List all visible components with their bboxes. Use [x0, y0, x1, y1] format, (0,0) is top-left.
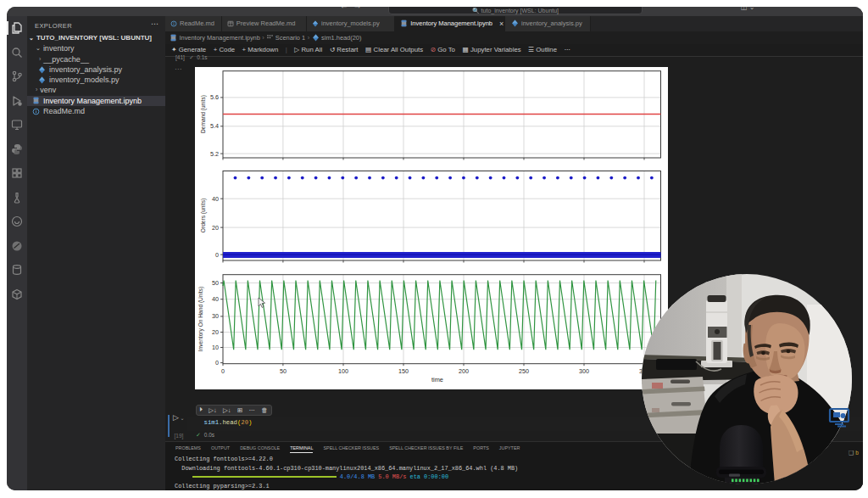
svg-text:0: 0: [215, 359, 219, 367]
svg-text:5.6: 5.6: [210, 93, 219, 101]
svg-text:20: 20: [212, 327, 219, 335]
svg-text:30: 30: [212, 312, 219, 320]
svg-text:300: 300: [579, 367, 589, 374]
svg-text:0: 0: [221, 367, 225, 374]
svg-text:5.2: 5.2: [210, 149, 219, 157]
svg-text:50: 50: [212, 278, 219, 286]
svg-text:40: 40: [212, 194, 219, 202]
svg-text:time: time: [431, 376, 443, 383]
svg-text:Demand (units): Demand (units): [200, 94, 207, 132]
svg-text:50: 50: [280, 367, 287, 374]
svg-text:100: 100: [338, 367, 348, 374]
svg-text:Inventory On Hand (Units): Inventory On Hand (Units): [198, 286, 204, 351]
svg-text:0: 0: [215, 250, 219, 258]
svg-text:Orders (units): Orders (units): [200, 198, 207, 232]
svg-text:5.4: 5.4: [210, 122, 219, 130]
svg-text:40: 40: [212, 295, 219, 303]
svg-text:200: 200: [459, 367, 469, 374]
svg-text:20: 20: [212, 223, 219, 231]
svg-text:150: 150: [398, 367, 409, 374]
svg-text:10: 10: [212, 343, 219, 350]
svg-text:250: 250: [519, 367, 529, 374]
